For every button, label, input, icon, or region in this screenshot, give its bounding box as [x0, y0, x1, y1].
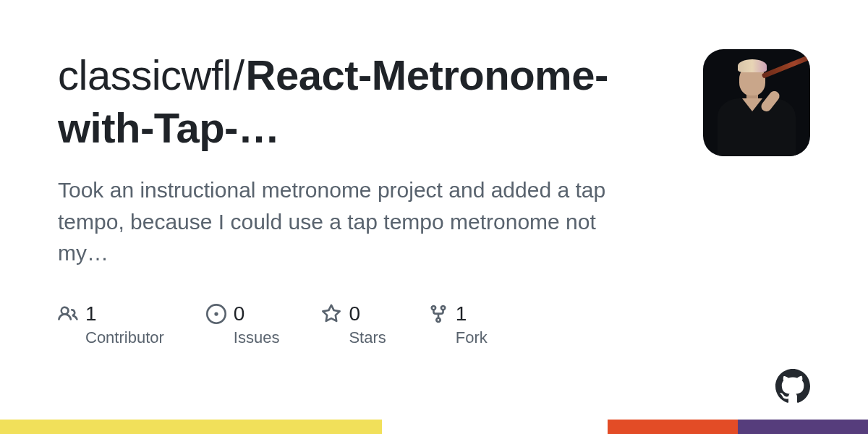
avatar[interactable]	[703, 49, 810, 156]
stat-stars-label: Stars	[349, 328, 386, 347]
people-icon	[58, 304, 78, 324]
stat-forks-count: 1	[456, 302, 467, 326]
star-icon	[321, 304, 341, 324]
fork-icon	[428, 304, 448, 324]
language-color-bar	[0, 420, 868, 434]
repo-title: classicwfl/React-Metronome-with-Tap-…	[58, 49, 674, 154]
stat-contributors-label: Contributor	[85, 328, 164, 347]
stat-contributors-count: 1	[85, 302, 97, 326]
stat-forks-label: Fork	[456, 328, 488, 347]
stat-issues-count: 0	[234, 302, 245, 326]
language-segment	[738, 420, 868, 434]
stat-contributors[interactable]: 1 Contributor	[58, 302, 164, 347]
stat-forks[interactable]: 1 Fork	[428, 302, 488, 347]
language-segment	[382, 420, 608, 434]
stat-issues[interactable]: 0 Issues	[206, 302, 280, 347]
stat-stars[interactable]: 0 Stars	[321, 302, 386, 347]
issue-icon	[206, 304, 226, 324]
stat-issues-label: Issues	[234, 328, 280, 347]
language-segment	[608, 420, 738, 434]
repo-stats: 1 Contributor 0 Issues 0	[58, 302, 674, 347]
language-segment	[0, 420, 382, 434]
title-slash: /	[233, 51, 244, 98]
github-logo-icon[interactable]	[775, 369, 810, 404]
repo-owner[interactable]: classicwfl	[58, 51, 231, 98]
repo-description: Took an instructional metronome project …	[58, 174, 651, 269]
stat-stars-count: 0	[349, 302, 360, 326]
